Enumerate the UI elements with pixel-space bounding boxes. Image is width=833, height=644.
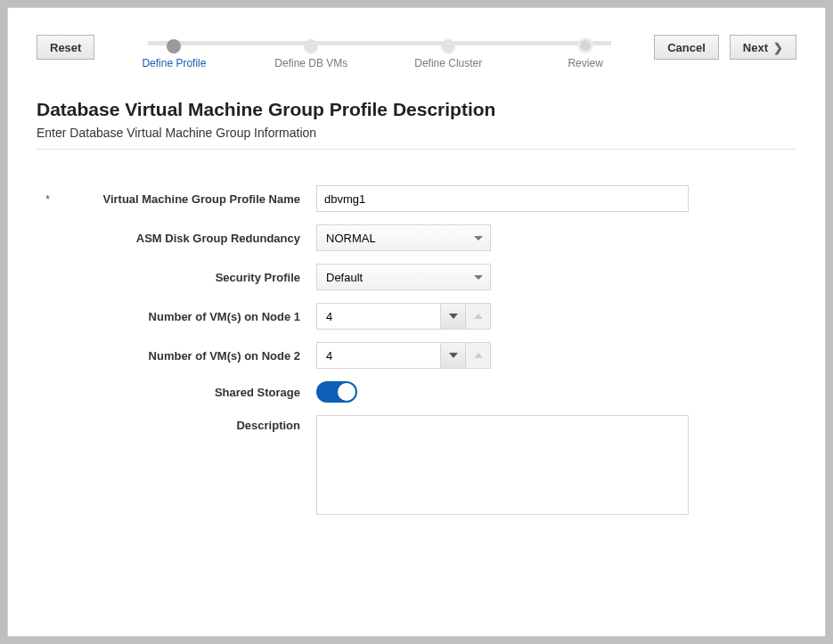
node2-vm-count-value: 4	[317, 343, 440, 368]
step-define-cluster[interactable]: Define Cluster	[390, 39, 506, 69]
security-profile-value: Default	[326, 271, 363, 284]
caret-down-icon	[474, 275, 483, 280]
shared-storage-label: Shared Storage	[37, 386, 304, 399]
page-subtitle: Enter Database Virtual Machine Group Inf…	[37, 126, 796, 140]
step-label: Review	[568, 57, 602, 69]
security-profile-label: Security Profile	[37, 271, 304, 284]
node1-decrement-button[interactable]	[440, 304, 465, 329]
profile-form: Virtual Machine Group Profile Name ASM D…	[37, 185, 714, 515]
node2-decrement-button[interactable]	[440, 343, 465, 368]
step-dot-icon	[304, 39, 318, 53]
step-dot-icon	[441, 39, 455, 53]
chevron-up-icon	[474, 314, 483, 319]
step-label: Define DB VMs	[274, 57, 347, 69]
chevron-down-icon	[449, 314, 458, 319]
caret-down-icon	[474, 236, 483, 240]
step-define-profile[interactable]: Define Profile	[116, 39, 232, 69]
page-title: Database Virtual Machine Group Profile D…	[37, 99, 796, 120]
step-define-db-vms[interactable]: Define DB VMs	[253, 39, 369, 69]
next-button-label: Next	[743, 41, 768, 54]
description-textarea[interactable]	[316, 415, 689, 515]
security-profile-select[interactable]: Default	[316, 264, 491, 290]
next-button[interactable]: Next ❯	[730, 35, 796, 60]
top-bar: Reset Define Profile Define DB VMs De	[37, 35, 796, 74]
node1-vm-count-label: Number of VM(s) on Node 1	[37, 310, 304, 323]
step-review[interactable]: Review	[527, 39, 643, 69]
asm-redundancy-label: ASM Disk Group Redundancy	[37, 232, 304, 245]
wizard-stepper: Define Profile Define DB VMs Define Clus…	[116, 35, 643, 74]
node2-vm-count-stepper[interactable]: 4	[316, 342, 491, 369]
node2-increment-button	[465, 343, 490, 368]
asm-redundancy-value: NORMAL	[326, 232, 376, 245]
divider	[37, 149, 796, 150]
step-label: Define Profile	[142, 57, 206, 69]
node2-vm-count-label: Number of VM(s) on Node 2	[37, 349, 304, 363]
chevron-down-icon	[449, 353, 458, 358]
step-dot-icon	[577, 37, 593, 53]
wizard-panel: Reset Define Profile Define DB VMs De	[7, 7, 826, 637]
toggle-knob-icon	[338, 383, 355, 401]
chevron-up-icon	[474, 353, 483, 358]
reset-button[interactable]: Reset	[37, 35, 94, 60]
node1-vm-count-stepper[interactable]: 4	[316, 303, 491, 330]
description-label: Description	[37, 415, 304, 432]
asm-redundancy-select[interactable]: NORMAL	[316, 224, 491, 251]
chevron-right-icon: ❯	[773, 41, 783, 54]
profile-name-label: Virtual Machine Group Profile Name	[37, 192, 304, 206]
step-dot-icon	[167, 39, 181, 53]
node1-increment-button	[465, 304, 490, 329]
shared-storage-toggle[interactable]	[316, 381, 357, 403]
cancel-button[interactable]: Cancel	[654, 35, 719, 60]
node1-vm-count-value: 4	[317, 304, 440, 329]
profile-name-input[interactable]	[316, 185, 689, 212]
step-label: Define Cluster	[414, 57, 482, 69]
